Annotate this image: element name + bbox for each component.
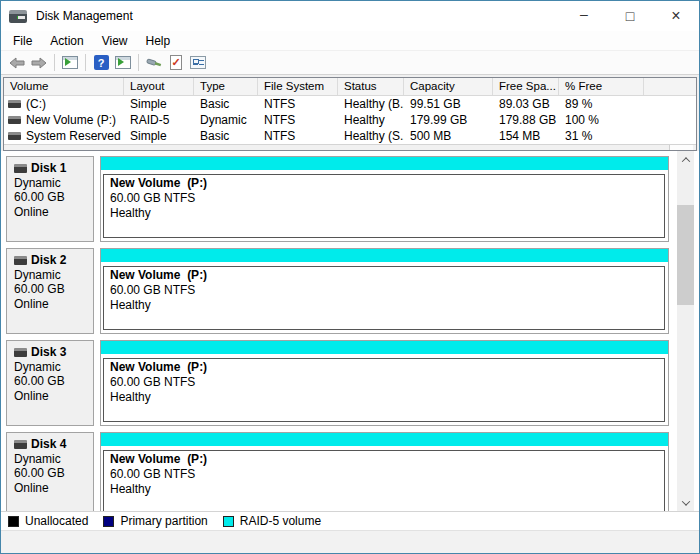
legend-item-primary-partition: Primary partition <box>103 514 207 528</box>
partition-detail: 60.00 GB NTFS <box>110 467 664 482</box>
volume-icon <box>8 100 21 108</box>
column-header-capacity[interactable]: Capacity <box>404 78 493 95</box>
show-action-pane-button[interactable] <box>112 52 134 73</box>
column-header-pct-free[interactable]: % Free <box>559 78 644 95</box>
scrollbar-thumb[interactable] <box>677 205 694 305</box>
menu-help[interactable]: Help <box>137 33 180 49</box>
scroll-down-button[interactable] <box>677 494 694 511</box>
column-header-volume[interactable]: Volume <box>4 78 124 95</box>
disk-icon <box>14 348 27 357</box>
disk-icon <box>14 164 27 173</box>
help-button[interactable]: ? <box>90 52 112 73</box>
volume-name: (C:) <box>26 97 46 111</box>
volume-row-system-reserved[interactable]: System Reserved Simple Basic NTFS Health… <box>4 128 696 144</box>
partition-detail: 60.00 GB NTFS <box>110 191 664 206</box>
disk-status: Online <box>14 389 93 404</box>
partition-status: Healthy <box>110 206 664 221</box>
title-bar[interactable]: Disk Management – □ × <box>1 1 699 31</box>
disk-row-4: Disk 4 Dynamic 60.00 GB Online New Volum… <box>6 432 669 511</box>
volume-capacity: 99.51 GB <box>404 97 493 111</box>
column-header-type[interactable]: Type <box>194 78 258 95</box>
partition-status: Healthy <box>110 390 664 405</box>
menu-action[interactable]: Action <box>41 33 92 49</box>
disk-2-partition[interactable]: New Volume (P:) 60.00 GB NTFS Healthy <box>100 248 669 334</box>
maximize-button[interactable]: □ <box>607 1 653 31</box>
volume-row-new-volume[interactable]: New Volume (P:) RAID-5 Dynamic NTFS Heal… <box>4 112 696 128</box>
volume-free-space: 89.03 GB <box>493 97 559 111</box>
disk-1-partition[interactable]: New Volume (P:) 60.00 GB NTFS Healthy <box>100 156 669 242</box>
partition-detail: 60.00 GB NTFS <box>110 375 664 390</box>
disk-row-3: Disk 3 Dynamic 60.00 GB Online New Volum… <box>6 340 669 426</box>
scroll-up-button[interactable] <box>677 151 694 168</box>
partition-info: New Volume (P:) 60.00 GB NTFS Healthy <box>103 266 665 330</box>
partition-status: Healthy <box>110 298 664 313</box>
volume-pct-free: 31 % <box>559 129 644 143</box>
volume-type: Dynamic <box>194 113 258 127</box>
disk-3-partition[interactable]: New Volume (P:) 60.00 GB NTFS Healthy <box>100 340 669 426</box>
volume-status: Healthy (S... <box>338 129 404 143</box>
help-icon: ? <box>94 55 109 70</box>
back-button[interactable] <box>6 52 28 73</box>
disk-3-header[interactable]: Disk 3 Dynamic 60.00 GB Online <box>6 340 94 426</box>
disk-4-partition[interactable]: New Volume (P:) 60.00 GB NTFS Healthy <box>100 432 669 511</box>
volume-icon <box>8 132 21 140</box>
minimize-button[interactable]: – <box>561 1 607 31</box>
volume-capacity: 179.99 GB <box>404 113 493 127</box>
raid5-color-band <box>101 157 668 170</box>
disk-name: Disk 4 <box>31 437 66 452</box>
partition-detail: 60.00 GB NTFS <box>110 283 664 298</box>
disk-size: 60.00 GB <box>14 466 93 481</box>
disk-name: Disk 3 <box>31 345 66 360</box>
volume-row-c[interactable]: (C:) Simple Basic NTFS Healthy (B... 99.… <box>4 96 696 112</box>
column-header-layout[interactable]: Layout <box>124 78 194 95</box>
disk-name: Disk 2 <box>31 253 66 268</box>
disk-drive-app-icon <box>9 10 27 23</box>
close-button[interactable]: × <box>653 1 699 31</box>
volume-type: Basic <box>194 129 258 143</box>
disk-row-1: Disk 1 Dynamic 60.00 GB Online New Volum… <box>6 156 669 242</box>
console-tree-icon <box>62 56 78 69</box>
check-document-icon: ✓ <box>170 55 182 70</box>
check-document-button[interactable]: ✓ <box>165 52 187 73</box>
partition-volume-label: New Volume (P:) <box>110 452 664 467</box>
partition-info: New Volume (P:) 60.00 GB NTFS Healthy <box>103 450 665 511</box>
rescan-disks-button[interactable] <box>143 52 165 73</box>
disk-1-header[interactable]: Disk 1 Dynamic 60.00 GB Online <box>6 156 94 242</box>
volume-type: Basic <box>194 97 258 111</box>
disk-2-header[interactable]: Disk 2 Dynamic 60.00 GB Online <box>6 248 94 334</box>
column-header-free-space[interactable]: Free Spa... <box>493 78 559 95</box>
forward-button[interactable] <box>28 52 50 73</box>
raid5-color-band <box>101 341 668 354</box>
volume-name-cell: System Reserved <box>4 129 124 143</box>
disk-management-window: Disk Management – □ × File Action View H… <box>0 0 700 554</box>
chevron-down-icon <box>681 497 689 505</box>
disk-type: Dynamic <box>14 360 93 375</box>
legend-item-unallocated: Unallocated <box>8 514 88 528</box>
disk-row-2: Disk 2 Dynamic 60.00 GB Online New Volum… <box>6 248 669 334</box>
menu-view[interactable]: View <box>93 33 137 49</box>
properties-icon <box>190 56 206 69</box>
toolbar: ? ✓ <box>1 50 699 75</box>
disk-type: Dynamic <box>14 452 93 467</box>
volume-free-space: 179.88 GB <box>493 113 559 127</box>
disk-name: Disk 1 <box>31 161 66 176</box>
column-header-file-system[interactable]: File System <box>258 78 338 95</box>
volume-file-system: NTFS <box>258 97 338 111</box>
show-console-tree-button[interactable] <box>59 52 81 73</box>
legend-label: Primary partition <box>120 514 207 528</box>
legend-label: Unallocated <box>25 514 88 528</box>
properties-button[interactable] <box>187 52 209 73</box>
disk-view-scrollbar[interactable] <box>677 151 694 511</box>
disk-status: Online <box>14 481 93 496</box>
disk-size: 60.00 GB <box>14 282 93 297</box>
volume-name-cell: (C:) <box>4 97 124 111</box>
column-header-status[interactable]: Status <box>338 78 404 95</box>
raid5-color-band <box>101 433 668 446</box>
volume-layout: RAID-5 <box>124 113 194 127</box>
volume-pct-free: 100 % <box>559 113 644 127</box>
back-arrow-icon <box>9 57 25 69</box>
list-horizontal-scrollbar[interactable] <box>4 144 696 150</box>
menu-file[interactable]: File <box>4 33 41 49</box>
partition-volume-label: New Volume (P:) <box>110 360 664 375</box>
disk-4-header[interactable]: Disk 4 Dynamic 60.00 GB Online <box>6 432 94 511</box>
